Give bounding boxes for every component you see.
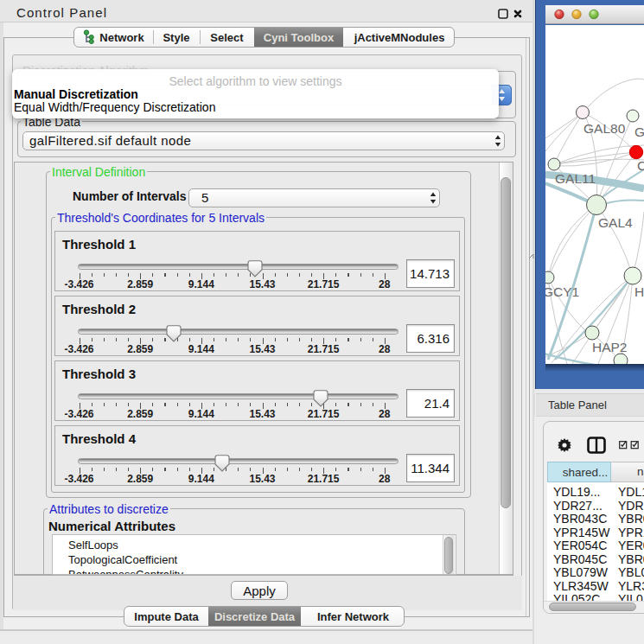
svg-text:HAP2: HAP2: [592, 340, 628, 354]
svg-text:GAL80: GAL80: [583, 121, 626, 136]
svg-text:GA: GA: [634, 124, 644, 139]
svg-text:GCY1: GCY1: [545, 284, 579, 299]
svg-text:C: C: [637, 158, 644, 173]
svg-text:GAL11: GAL11: [555, 171, 596, 186]
svg-text:H: H: [634, 284, 644, 299]
svg-text:GAL4: GAL4: [598, 215, 633, 230]
